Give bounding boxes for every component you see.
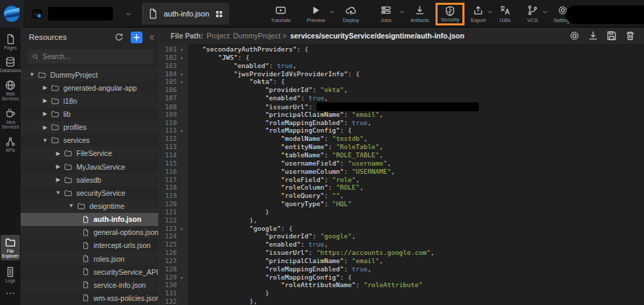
tree-collapse-arrow[interactable]: ▼ [41, 137, 50, 144]
line-number: 117 [158, 176, 177, 184]
dashboard-grid-icon[interactable] [215, 10, 224, 19]
tree-folder-i18n[interactable]: ▶i18n [21, 94, 158, 107]
save-file-button[interactable] [606, 30, 617, 41]
delete-file-button[interactable] [625, 30, 636, 41]
code-line-115[interactable]: 115 "usernameField": "username", [158, 159, 479, 168]
tree-folder-DummyProject[interactable]: ▼DummyProject [21, 68, 158, 81]
toolbar-preview[interactable]: Preview [298, 2, 334, 27]
tree-collapse-arrow[interactable]: ▼ [28, 71, 36, 78]
tree-expand-arrow[interactable]: ▶ [41, 84, 50, 91]
tree-file-auth-info.json[interactable]: auth-info.json [21, 213, 158, 226]
tree-file-general-options.json[interactable]: general-options.json [21, 226, 158, 239]
code-line-106[interactable]: 106 "providerId": "okta", [158, 86, 479, 94]
file-icon [147, 8, 158, 19]
code-line-123[interactable]: 123▾ "google": { [158, 225, 479, 233]
code-line-105[interactable]: 105▾ "okta": { [158, 78, 479, 86]
sidebar-item-more[interactable] [0, 289, 21, 298]
code-line-121[interactable]: 121 } [158, 208, 479, 216]
tree-file-wm-xss-policies.json[interactable]: wm-xss-policies.json [21, 291, 158, 304]
tree-expand-arrow[interactable]: ▶ [41, 111, 50, 117]
play-icon [310, 5, 321, 16]
code-line-113[interactable]: 113 "entityName": "RoleTable", [158, 143, 479, 151]
tree-item-label: lib [63, 110, 71, 118]
code-line-102[interactable]: 102▾ "JWS": { [158, 54, 479, 62]
tree-item-label: i18n [63, 97, 77, 105]
sidebar-item-databases[interactable]: Databases [0, 56, 21, 73]
tree-file-intercept-urls.json[interactable]: intercept-urls.json [21, 239, 158, 252]
tree-folder-salesdb[interactable]: ▶salesdb [21, 173, 158, 186]
code-line-122[interactable]: 122 }, [158, 216, 479, 225]
tree-expand-arrow[interactable]: ▶ [54, 150, 63, 157]
tree-expand-arrow[interactable]: ▶ [41, 98, 50, 104]
code-line-117[interactable]: 117 "roleField": "role", [158, 176, 479, 184]
tree-folder-FileService[interactable]: ▶FileService [21, 147, 158, 160]
add-resource-button[interactable] [131, 32, 142, 43]
tree-folder-generated-angular-app[interactable]: ▶generated-angular-app [21, 81, 158, 94]
sidebar-item-pages[interactable]: Pages [0, 34, 21, 50]
open-file-tab[interactable]: auth-info.json [142, 3, 229, 25]
code-line-118[interactable]: 118 "roleColumn": "ROLE", [158, 183, 479, 192]
code-line-116[interactable]: 116 "usernameColumn": "USERNAME", [158, 168, 479, 176]
tree-item-label: generated-angular-app [63, 84, 137, 92]
code-line-108[interactable]: 108 "issuerUrl": [158, 102, 479, 111]
tree-expand-arrow[interactable]: ▶ [54, 163, 63, 170]
tree-folder-lib[interactable]: ▶lib [21, 107, 158, 120]
wavemaker-logo[interactable] [0, 0, 23, 27]
toolbar-deploy[interactable]: Deploy [334, 2, 368, 27]
toolbar-security[interactable]: Security [436, 3, 464, 25]
code-line-124[interactable]: 124 "providerId": "google", [158, 232, 479, 240]
code-line-132[interactable]: 132 }, [158, 297, 479, 305]
code-line-130[interactable]: 130 "roleAttributeName": "roleAttribute" [158, 281, 479, 289]
code-line-112[interactable]: 112 "modelName": "testdb", [158, 135, 479, 143]
tree-folder-designtime[interactable]: ▼designtime [21, 199, 158, 212]
code-line-110[interactable]: 110 "roleMappingEnabled": true, [158, 119, 479, 127]
code-line-125[interactable]: 125 "enabled": true, [158, 240, 479, 249]
sidebar-item-java-services[interactable]: Java Services [0, 108, 21, 130]
tree-expand-arrow[interactable]: ▶ [41, 124, 50, 131]
tree-collapse-arrow[interactable]: ▼ [54, 190, 63, 196]
toolbar-vcs[interactable]: VCS [518, 2, 547, 27]
branch-icon [527, 5, 538, 16]
settings-file-button[interactable] [569, 30, 580, 41]
project-selector[interactable] [30, 5, 131, 23]
sidebar-item-file-explorer[interactable]: File Explorer [1, 235, 20, 260]
code-editor[interactable]: 101▾ "secondaryAuthProviders": {102▾ "JW… [158, 44, 644, 305]
tree-folder-profiles[interactable]: ▶profiles [21, 121, 158, 134]
code-line-107[interactable]: 107 "enabled": true, [158, 94, 479, 102]
code-line-131[interactable]: 131 } [158, 289, 479, 297]
tree-file-securityService_API.json[interactable]: securityService_API.json [21, 265, 158, 278]
tree-collapse-arrow[interactable]: ▼ [67, 203, 76, 209]
toolbar-i18n[interactable]: I18N [492, 2, 518, 27]
line-number: 121 [158, 208, 177, 216]
code-line-128[interactable]: 128 "roleMappingEnabled": true, [158, 265, 479, 273]
code-line-109[interactable]: 109 "principalClaimName": "email", [158, 111, 479, 119]
tree-file-service-info.json[interactable]: service-info.json [21, 278, 158, 291]
toolbar-export[interactable]: Export [464, 2, 492, 27]
code-line-129[interactable]: 129▾ "roleMappingConfig": { [158, 273, 479, 282]
code-line-103[interactable]: 103 "enabled": true, [158, 62, 479, 70]
sidebar-item-logs[interactable]: Logs [0, 267, 21, 283]
code-line-119[interactable]: 119 "roleQuery": "", [158, 192, 479, 200]
tree-folder-MyJavaService[interactable]: ▶MyJavaService [21, 160, 158, 173]
tree-folder-securityService[interactable]: ▼securityService [21, 186, 158, 199]
download-file-button[interactable] [588, 30, 599, 41]
code-line-111[interactable]: 111▾ "roleMappingConfig": { [158, 126, 479, 135]
toolbar-i18n-label: I18N [500, 17, 511, 23]
code-line-127[interactable]: 127 "principalClaimName": "email", [158, 257, 479, 265]
code-line-114[interactable]: 114 "tableName": "ROLE_TABLE", [158, 151, 479, 159]
toolbar-jobs[interactable]: Jobs [368, 2, 404, 27]
sidebar-item-apis[interactable]: APIs [0, 136, 21, 152]
code-line-101[interactable]: 101▾ "secondaryAuthProviders": { [158, 45, 479, 54]
toolbar-tutorials[interactable]: Tutorials [264, 2, 298, 27]
tree-expand-arrow[interactable]: ▶ [54, 177, 63, 183]
code-line-104[interactable]: 104▾ "jwsProviderIdVsProviderInfo": { [158, 70, 479, 78]
collapse-panel-icon[interactable] [147, 34, 155, 41]
code-line-126[interactable]: 126 "issuerUrl": "https://accounts.googl… [158, 249, 479, 257]
toolbar-artifacts[interactable]: Artifacts [404, 2, 436, 27]
sidebar-item-web-services[interactable]: Web Services [0, 80, 21, 102]
tree-folder-services[interactable]: ▼services [21, 134, 158, 147]
tree-file-roles.json[interactable]: roles.json [21, 252, 158, 265]
code-line-120[interactable]: 120 "queryType": "HQL" [158, 200, 479, 208]
refresh-icon[interactable] [113, 31, 125, 43]
search-input[interactable] [43, 53, 139, 60]
